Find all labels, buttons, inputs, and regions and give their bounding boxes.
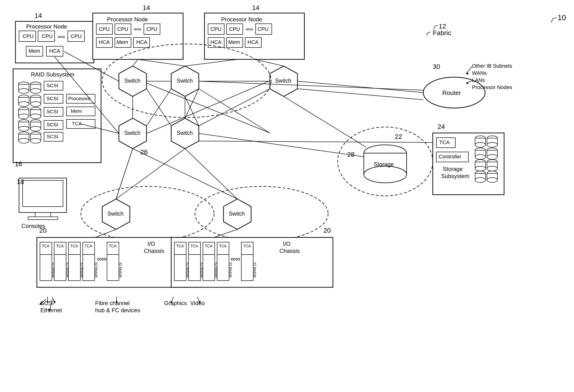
svg-point-36 [19,138,29,143]
raid-mem: Mem [71,108,82,114]
bottom-video: Video [190,300,205,306]
pn2-label: Processor Node [107,16,148,22]
io1-tca4: TCA [85,244,92,248]
raid-tca: TCA [72,121,82,126]
io1-tca3: TCA [70,244,78,248]
wans: WANs [472,70,487,76]
pn1-cpu2: CPU [41,33,53,39]
svg-point-86 [475,178,486,182]
pn1-hca: HCA [49,48,61,54]
svg-rect-158 [217,255,229,281]
io2-infinity: ∞∞ [231,255,240,262]
pn2-cpu3: CPU [146,26,157,32]
n26: 26 [140,149,148,156]
bottom-hub: hub & FC devices [95,307,140,313]
io2-tca2: TCA [190,244,198,248]
ss-label2: Subsystem [441,173,469,179]
pn2-number: 14 [143,4,150,11]
fabric-number: 12 [439,22,446,30]
svg-point-39 [30,89,41,93]
storage-number: 22 [395,133,402,140]
pn3-hca1: HCA [210,39,222,45]
ref-10: 10 [558,13,566,22]
svg-rect-152 [174,255,186,281]
svg-rect-143 [54,255,66,281]
svg-point-42 [30,102,41,106]
scsi4: SCSI [47,122,58,127]
io2-mod4: IO Module [229,262,233,278]
other-ib: Other IB Subnets [472,63,512,69]
pn1-infinity: ∞∞ [58,34,65,40]
pn2-hca2: HCA [136,39,147,45]
pn1-mem: Mem [29,48,40,54]
raid-number: 16 [15,160,22,168]
pn2-mem: Mem [117,39,128,45]
ss-number: 24 [437,123,445,130]
io2-number: 20 [323,227,331,234]
router-number: 30 [433,63,440,70]
io1-label2: Chassis [144,248,164,254]
pn3-hca2: HCA [247,39,259,45]
io1-tca1: TCA [42,244,49,248]
storage-label: Storage [374,161,394,168]
ss-tca: TCA [439,139,450,145]
io1-mod5: IO Module [119,262,123,278]
svg-rect-63 [28,217,58,220]
svg-point-95 [487,166,497,171]
raid-label: RAID Subsystem [31,71,74,78]
pn3-cpu3: CPU [258,26,268,32]
scsi2: SCSI [47,96,58,101]
ss-label1: Storage [443,166,463,172]
pn2-infinity: ∞∞ [134,26,141,32]
svg-rect-156 [203,255,215,281]
pn1-cpu1: CPU [22,33,34,39]
svg-rect-145 [68,255,80,281]
svg-rect-147 [83,255,95,281]
sw7-label: Switch [229,211,245,217]
pn1-cpu3: CPU [71,33,82,39]
svg-point-80 [475,155,486,159]
svg-point-89 [487,142,497,147]
pn3-mem: Mem [228,39,240,45]
pn3-infinity: ∞∞ [246,26,253,32]
svg-point-33 [19,126,29,131]
ss-controller: Controller [439,154,461,160]
pn1-number: 14 [35,12,42,19]
sw2-label: Switch [177,78,193,84]
pn2-cpu2: CPU [117,26,128,32]
bottom-ethernet: Ethernet [41,307,62,313]
sw5-label: Switch [177,130,193,136]
pn3-cpu1: CPU [210,26,221,32]
io2-mod5: IO Module [253,262,257,278]
pn2-hca1: HCA [99,39,110,45]
svg-point-45 [30,114,41,119]
sw4-label: Switch [124,130,141,136]
svg-point-51 [30,138,41,143]
sw6-label: Switch [107,211,124,217]
svg-point-98 [487,178,497,182]
scsi3: SCSI [47,109,58,114]
pn3-label: Processor Node [221,16,262,22]
svg-point-30 [19,114,29,119]
io1-label1: I/O [147,241,155,247]
svg-rect-160 [241,255,253,281]
io1-number: 20 [39,227,47,234]
io1-tca5: TCA [109,244,117,248]
console-number: 18 [17,178,24,186]
io1-mod4: IO Module [94,262,98,278]
svg-point-24 [19,89,29,93]
svg-rect-62 [35,212,51,217]
bottom-fibre: Fibre channel [95,300,130,306]
io2-tca3: TCA [205,244,212,248]
svg-point-77 [475,142,486,147]
svg-point-92 [487,155,497,159]
sw3-label: Switch [275,78,291,84]
io2-label1: I/O [283,241,290,247]
sw1-label: Switch [124,78,141,84]
io2-label2: Chassis [279,248,300,254]
fabric-label: Fabric [433,29,451,37]
svg-point-48 [30,126,41,131]
pn2-cpu1: CPU [99,26,110,32]
lans: LANs [472,77,485,83]
router-label: Router [442,89,461,96]
